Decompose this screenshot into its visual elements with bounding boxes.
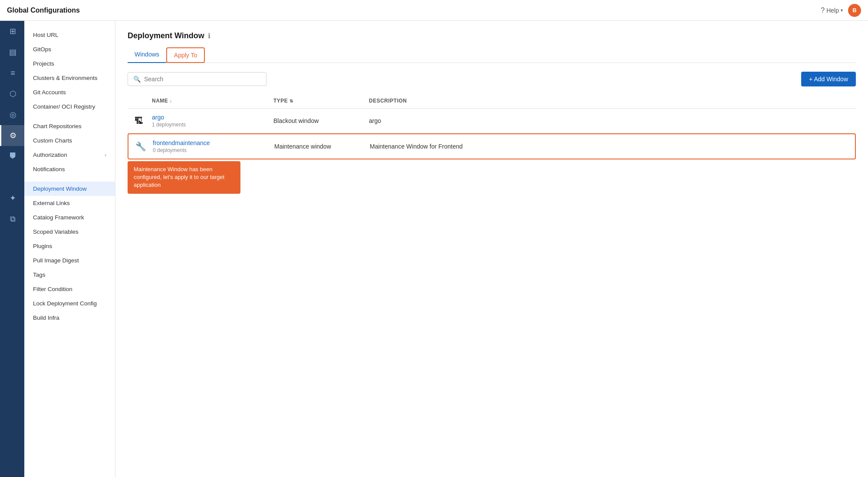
nav-divider <box>24 176 115 182</box>
nav-item-tags[interactable]: Tags <box>24 268 115 282</box>
search-box: 🔍 <box>128 72 266 86</box>
table-body: 🏗 argo 1 deployments Blackout window arg… <box>128 109 856 194</box>
settings2-icon: ✦ <box>10 193 16 203</box>
nav-item-git-accounts[interactable]: Git Accounts <box>24 85 115 99</box>
nav-label: Catalog Framework <box>33 214 84 221</box>
nav-item-plugins[interactable]: Plugins <box>24 239 115 253</box>
tab-apply-to[interactable]: Apply To <box>166 47 205 63</box>
nav-label: Chart Repositories <box>33 123 82 129</box>
row-sub: 0 deployments <box>153 147 274 153</box>
chart-icon: ▤ <box>9 47 16 57</box>
nav-label: Host URL <box>33 32 59 38</box>
tab-windows[interactable]: Windows <box>128 47 166 63</box>
rail-item-settings2[interactable]: ✦ <box>0 188 24 209</box>
chevron-icon: › <box>105 152 106 158</box>
row-sub: 1 deployments <box>152 122 273 128</box>
tabs: WindowsApply To <box>128 47 856 63</box>
shield-icon: ⛊ <box>9 152 17 161</box>
row-icon: 🔧 <box>135 141 153 152</box>
nav-label: Plugins <box>33 243 52 249</box>
topbar-title: Global Configurations <box>7 7 80 14</box>
row-name-cell: frontendmaintenance 0 deployments <box>153 139 274 153</box>
nav-label: Tags <box>33 272 46 278</box>
nav-label: Authorization <box>33 152 67 158</box>
nav-label: Custom Charts <box>33 137 72 144</box>
nav-label: Build Infra <box>33 315 59 321</box>
nav-item-notifications[interactable]: Notifications <box>24 162 115 176</box>
nav-item-filter-condition[interactable]: Filter Condition <box>24 282 115 296</box>
rail-item-globe[interactable]: ◎ <box>0 104 24 125</box>
user-avatar[interactable]: B <box>848 4 861 17</box>
package-icon: ⬡ <box>10 89 16 99</box>
rail-item-shield[interactable]: ⛊ <box>0 146 24 167</box>
row-icon: 🏗 <box>135 116 152 126</box>
row-description: Maintenance Window for Frontend <box>370 143 848 150</box>
table-row[interactable]: 🏗 argo 1 deployments Blackout window arg… <box>128 109 856 133</box>
toolbar: 🔍 + Add Window <box>128 72 856 86</box>
nav-label: Notifications <box>33 166 65 172</box>
gear-icon: ⚙ <box>10 131 16 140</box>
nav-item-pull-image-digest[interactable]: Pull Image Digest <box>24 253 115 268</box>
row-name[interactable]: argo <box>152 114 273 121</box>
nav-label: External Links <box>33 200 70 206</box>
nav-label: Projects <box>33 60 54 67</box>
row-description: argo <box>369 117 849 124</box>
type-sort-arrow: ⇅ <box>289 99 293 103</box>
col-icon-header <box>135 98 152 104</box>
nav-item-build-infra[interactable]: Build Infra <box>24 311 115 325</box>
nav-item-chart-repositories[interactable]: Chart Repositories <box>24 119 115 133</box>
nav-item-scoped-variables[interactable]: Scoped Variables <box>24 225 115 239</box>
nav-label: Container/ OCI Registry <box>33 103 95 110</box>
add-window-button[interactable]: + Add Window <box>801 72 856 86</box>
tooltip-box: Maintenance Window has been configured, … <box>128 161 240 194</box>
nav-divider <box>24 114 115 119</box>
help-label: Help <box>826 7 839 14</box>
nav-label: Pull Image Digest <box>33 257 79 264</box>
nav-item-lock-deployment-config[interactable]: Lock Deployment Config <box>24 296 115 311</box>
nav-item-deployment-window[interactable]: Deployment Window <box>24 182 115 196</box>
rail-item-table[interactable]: ≡ <box>0 63 24 83</box>
main-layout: Host URLGitOpsProjectsClusters & Environ… <box>24 21 868 477</box>
nav-item-custom-charts[interactable]: Custom Charts <box>24 133 115 148</box>
table-row[interactable]: 🔧 frontendmaintenance 0 deployments Main… <box>128 133 856 159</box>
nav-item-authorization[interactable]: Authorization› <box>24 148 115 162</box>
rail-item-grid[interactable]: ⊞ <box>0 21 24 42</box>
nav-label: Git Accounts <box>33 89 66 96</box>
nav-label: Filter Condition <box>33 286 72 292</box>
table-header: NAME ↓ TYPE ⇅ DESCRIPTION <box>128 93 856 109</box>
col-name-header[interactable]: NAME ↓ <box>152 98 273 104</box>
col-name-label: NAME <box>152 98 168 104</box>
nav-item-host-url[interactable]: Host URL <box>24 28 115 42</box>
nav-label: GitOps <box>33 46 51 53</box>
row-type: Blackout window <box>273 117 369 124</box>
globe-icon: ◎ <box>10 110 16 119</box>
row-name[interactable]: frontendmaintenance <box>153 139 274 146</box>
nav-item-external-links[interactable]: External Links <box>24 196 115 210</box>
row-type: Maintenance window <box>274 143 370 150</box>
topbar-left: Global Configurations <box>7 7 80 14</box>
info-icon[interactable]: ℹ <box>208 32 210 40</box>
page-title: Deployment Window <box>128 31 204 40</box>
nav-item-container-oci-registry[interactable]: Container/ OCI Registry <box>24 99 115 114</box>
nav-item-projects[interactable]: Projects <box>24 56 115 71</box>
left-nav: Host URLGitOpsProjectsClusters & Environ… <box>24 21 115 477</box>
nav-label: Lock Deployment Config <box>33 300 97 307</box>
page-title-row: Deployment Window ℹ <box>128 31 856 40</box>
name-sort-arrow: ↓ <box>170 99 172 103</box>
rail-item-chart[interactable]: ▤ <box>0 42 24 63</box>
col-type-header[interactable]: TYPE ⇅ <box>273 98 369 104</box>
layers-icon: ⧉ <box>10 215 16 224</box>
nav-label: Clusters & Environments <box>33 75 98 81</box>
rail-item-layers[interactable]: ⧉ <box>0 209 24 229</box>
content-area: Deployment Window ℹ WindowsApply To 🔍 + … <box>115 21 868 477</box>
nav-item-clusters-environments[interactable]: Clusters & Environments <box>24 71 115 85</box>
search-icon: 🔍 <box>133 76 141 83</box>
nav-item-catalog-framework[interactable]: Catalog Framework <box>24 210 115 225</box>
search-input[interactable] <box>144 76 261 83</box>
rail-item-code[interactable] <box>0 167 24 188</box>
rail-item-gear[interactable]: ⚙ <box>0 125 24 146</box>
rail-item-package[interactable]: ⬡ <box>0 83 24 104</box>
help-button[interactable]: ? Help ▾ <box>821 7 843 14</box>
nav-item-gitops[interactable]: GitOps <box>24 42 115 56</box>
icon-rail: ST ⊞ ▤ ≡ ⬡ ◎ ⚙ ⛊ ✦ ⧉ <box>0 0 24 477</box>
